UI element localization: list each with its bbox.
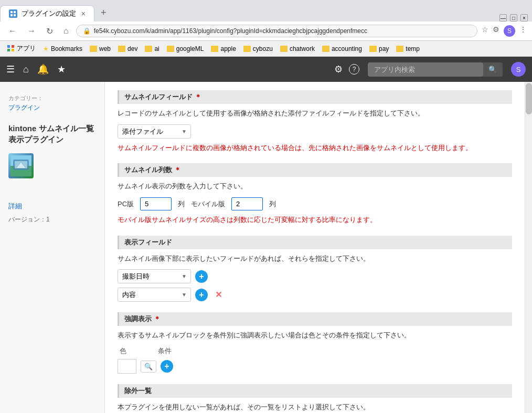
minimize-button[interactable]: —	[499, 14, 507, 22]
bookmark-web-label: web	[99, 45, 111, 52]
svg-rect-0	[10, 11, 13, 13]
bookmark-accounting[interactable]: accounting	[319, 44, 365, 54]
add-display-field-button-1[interactable]: +	[195, 270, 208, 283]
close-button[interactable]: ×	[520, 14, 528, 22]
scrollbar-thumb[interactable]	[526, 83, 532, 114]
bookmark-bookmarks[interactable]: ★ Bookmarks	[40, 44, 86, 54]
condition-column-label: 条件	[158, 346, 172, 356]
refresh-button[interactable]: ↻	[43, 25, 56, 37]
col-label-1: 列	[178, 199, 185, 209]
menu-icon[interactable]: ⋮	[519, 25, 527, 37]
app-search-input[interactable]	[368, 62, 483, 77]
scrollbar-track[interactable]	[525, 82, 532, 413]
section-display-fields-title: 表示フィールド	[124, 238, 172, 246]
folder-apple-icon	[211, 46, 218, 52]
hamburger-menu-icon[interactable]: ☰	[6, 63, 15, 75]
color-column-label: 色	[120, 346, 126, 356]
thumbnail-field-desc: レコードのサムネイルとして使用する画像が格納された添付ファイルフィールドを指定し…	[118, 108, 512, 119]
thumbnail-field-select[interactable]: 添付ファイル	[118, 124, 191, 139]
condition-search-button[interactable]: 🔍	[141, 361, 156, 373]
bookmark-cybozu[interactable]: cybozu	[240, 44, 276, 54]
bookmark-star-icon[interactable]: ☆	[482, 25, 488, 37]
apps-icon	[7, 45, 15, 52]
forward-button[interactable]: →	[24, 25, 39, 37]
new-tab-button[interactable]: +	[94, 4, 113, 22]
col-label-2: 列	[269, 199, 276, 209]
section-thumbnail-field: サムネイルフィールド ＊ レコードのサムネイルとして使用する画像が格納された添付…	[118, 90, 512, 153]
mobile-columns-input[interactable]	[231, 197, 263, 210]
search-icon: 🔍	[488, 66, 497, 73]
highlight-row: 🔍 +	[118, 359, 512, 374]
thumbnail-field-select-wrapper: 添付ファイル ▼	[118, 124, 191, 139]
tab-icon	[9, 9, 17, 18]
settings-gear-icon[interactable]: ⚙	[334, 63, 343, 75]
home-icon[interactable]: ⌂	[23, 64, 29, 75]
section-exclude-list-header: 除外一覧	[118, 384, 512, 398]
display-fields-desc: サムネイル画像下部に表示したいフィールドがあれば、それらを指定して下さい。	[118, 253, 512, 264]
section-exclude-list-title: 除外一覧	[124, 387, 152, 395]
bookmark-ai[interactable]: ai	[142, 44, 162, 54]
active-tab[interactable]: プラグインの設定 ×	[0, 5, 94, 22]
bookmarks-bar: アプリ ★ Bookmarks web dev ai googleML appl…	[0, 41, 532, 57]
bookmark-googleml[interactable]: googleML	[164, 44, 207, 54]
add-highlight-button[interactable]: +	[161, 360, 173, 373]
back-button[interactable]: ←	[5, 25, 20, 37]
extensions-icon[interactable]: ⚙	[493, 25, 499, 37]
section-highlight-title: 強調表示	[124, 315, 152, 323]
color-picker-box[interactable]	[118, 359, 136, 374]
sidebar-plugin-name: kintone サムネイル一覧表示プラグイン	[0, 119, 104, 149]
bookmark-apple-label: apple	[220, 45, 236, 52]
pc-columns-input[interactable]	[140, 197, 172, 210]
bell-icon[interactable]: 🔔	[37, 63, 49, 75]
display-field-row-1: 撮影日時 ▼ +	[118, 269, 512, 283]
bookmark-googleml-label: googleML	[176, 45, 204, 52]
thumbnail-columns-warning: モバイル版サムネイルサイズの高さは列数に応じた可変幅に対する比率になります。	[118, 215, 512, 225]
section-highlight: 強調表示 ＊ 表示するサムネイルブロックを条件別に強調表示したい場合は色とその条…	[118, 312, 512, 374]
bookmark-apps[interactable]: アプリ	[4, 43, 39, 54]
address-bar: ← → ↻ ⌂ 🔒 fe54k.cybozu.com/k/admin/app/1…	[0, 22, 532, 41]
section-display-fields-header: 表示フィールド	[118, 236, 512, 249]
home-button[interactable]: ⌂	[60, 25, 72, 37]
bookmark-pay-label: pay	[379, 45, 389, 52]
pc-label: PC版	[118, 199, 134, 209]
bookmark-pay[interactable]: pay	[366, 44, 392, 54]
app-search-button[interactable]: 🔍	[483, 62, 503, 77]
bookmark-chatwork[interactable]: chatwork	[277, 44, 318, 54]
bookmark-web[interactable]: web	[87, 44, 114, 54]
tab-close-button[interactable]: ×	[81, 9, 86, 18]
display-field-select-wrapper-2: 内容 ▼	[118, 288, 191, 302]
section-thumbnail-columns: サムネイル列数 ＊ サムネイル表示の列数を入力して下さい。 PC版 列 モバイル…	[118, 163, 512, 225]
svg-rect-1	[14, 11, 16, 13]
app-header: ☰ ⌂ 🔔 ★ ⚙ ? 🔍 S	[0, 57, 532, 82]
add-display-field-button-2[interactable]: +	[195, 289, 208, 301]
column-row: PC版 列 モバイル版 列	[118, 197, 512, 210]
display-field-select-2[interactable]: 内容	[118, 288, 191, 302]
maximize-button[interactable]: □	[510, 14, 517, 22]
bookmark-temp[interactable]: temp	[393, 44, 423, 54]
svg-rect-3	[14, 14, 16, 16]
folder-chatwork-icon	[280, 46, 288, 52]
bookmark-dev[interactable]: dev	[115, 44, 141, 54]
user-avatar[interactable]: S	[511, 62, 526, 77]
star-icon: ★	[43, 45, 49, 52]
bookmark-accounting-label: accounting	[332, 45, 362, 52]
section-thumbnail-columns-title: サムネイル列数	[124, 166, 172, 174]
required-mark-2: ＊	[174, 166, 181, 174]
folder-accounting-icon	[322, 46, 329, 52]
mobile-label: モバイル版	[191, 199, 225, 209]
display-field-select-1[interactable]: 撮影日時	[118, 269, 191, 283]
bookmark-bookmarks-label: Bookmarks	[51, 45, 82, 52]
profile-icon[interactable]: S	[504, 25, 515, 37]
url-bar[interactable]: 🔒 fe54k.cybozu.com/k/admin/app/1163/plug…	[76, 25, 477, 37]
star-favorites-icon[interactable]: ★	[57, 63, 66, 75]
thumbnail-columns-desc: サムネイル表示の列数を入力して下さい。	[118, 181, 512, 192]
main-layout: カテゴリー： プラグイン kintone サムネイル一覧表示プラグイン 詳細 バ…	[0, 82, 532, 413]
section-thumbnail-field-header: サムネイルフィールド ＊	[118, 90, 512, 104]
remove-display-field-button[interactable]: ✕	[212, 289, 225, 301]
sidebar-detail-link[interactable]: 詳細	[0, 193, 104, 213]
section-highlight-header: 強調表示 ＊	[118, 312, 512, 326]
tab-title: プラグインの設定	[22, 9, 76, 18]
help-icon[interactable]: ?	[349, 64, 359, 75]
sidebar-plugin-icon	[8, 153, 34, 178]
bookmark-apple[interactable]: apple	[208, 44, 239, 54]
